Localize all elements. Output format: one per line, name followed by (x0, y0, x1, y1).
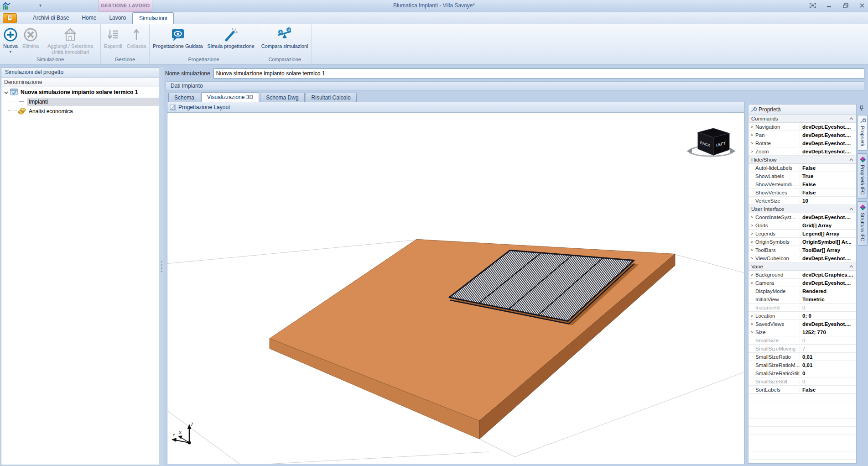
fullscreen-icon[interactable] (808, 2, 818, 9)
ribbon-tab-row: Archivi di Base Home Lavoro Simulazioni (0, 12, 868, 24)
side-tab-proprieta[interactable]: Proprietà (858, 115, 868, 151)
chevron-down-icon[interactable] (1, 89, 9, 95)
property-row[interactable]: SavedViewsdevDept.Eyeshot.... (748, 320, 856, 328)
svg-text:A: A (280, 31, 282, 34)
tree-node-root[interactable]: Nuova simulazione impianto solare termic… (1, 87, 159, 97)
close-icon[interactable] (857, 2, 867, 9)
svg-text:B: B (288, 28, 290, 31)
section-varie[interactable]: Varie (748, 262, 856, 271)
property-row[interactable]: SortLabelsFalse (748, 386, 856, 394)
property-row[interactable]: AutoHideLabelsFalse (748, 164, 856, 172)
tree-column-header[interactable]: Denominazione (1, 78, 159, 87)
collassa-button[interactable]: Collassa (125, 25, 148, 49)
aggiungi-seleziona-button[interactable]: Aggiungi / Seleziona Unità Immobiliari (41, 25, 99, 55)
side-tab-proprieta-ifc[interactable]: Proprietà IFC (858, 153, 868, 199)
simula-progettazione-button[interactable]: Simula progettazione (205, 25, 257, 49)
tab-schema[interactable]: Schema (168, 93, 200, 102)
property-row[interactable]: InitialViewTrimetric (748, 295, 856, 304)
property-row[interactable]: ViewCubeIcondevDept.Eyeshot.... (748, 254, 856, 262)
simulation-icon (9, 89, 19, 95)
property-row[interactable]: GridsGrid[] Array (748, 221, 856, 230)
coins-icon (17, 108, 27, 115)
project-simulations-panel: Simulazioni del progetto Denominazione N… (1, 67, 159, 465)
side-tab-struttura-ifc[interactable]: Struttura IFC (858, 201, 868, 246)
property-row[interactable]: SmallSizeStill0 (748, 377, 856, 386)
property-row[interactable]: NavigationdevDept.Eyeshot.... (748, 123, 856, 131)
delete-circle-icon (23, 26, 38, 43)
elimina-button[interactable]: Elimina (20, 25, 41, 49)
building-icon (62, 26, 78, 43)
tree-guide-line (8, 101, 17, 101)
ribbon: Nuova ▾ Elimina Aggiungi / Seleziona Uni… (0, 24, 868, 64)
properties-panel-header: Proprietà (748, 105, 856, 115)
tab-home[interactable]: Home (75, 12, 103, 24)
view-cube[interactable]: BACK LEFT (686, 128, 736, 156)
property-row[interactable]: ShowVerticesFalse (748, 188, 856, 197)
file-menu-button[interactable] (3, 13, 17, 23)
property-row[interactable]: Size1252; 770 (748, 328, 856, 336)
dati-impianto-tabs: Schema Visualizzazione 3D Schema Dwg Ris… (168, 92, 358, 102)
simulation-name-label: Nome simulazione (165, 70, 210, 77)
ribbon-group-gestione: Espandi Collassa Gestione (101, 24, 150, 64)
layout-icon (170, 105, 176, 110)
section-commands[interactable]: Commands (748, 115, 856, 123)
tab-risultati-calcolo[interactable]: Risultati Calcolo (306, 93, 357, 102)
property-row[interactable]: SmallSizeRatio0,01 (748, 353, 856, 361)
property-row[interactable]: OriginSymbolsOriginSymbol[] Ar... (748, 238, 856, 246)
simulation-name-input[interactable] (213, 68, 864, 79)
layout-panel-header: Progettazione Layout (167, 102, 744, 113)
panel-splitter[interactable] (159, 67, 164, 466)
dati-impianto-header: Dati Impianto (165, 81, 864, 90)
layout-title: Progettazione Layout (178, 104, 230, 110)
axis-y-label: Y (172, 433, 175, 437)
document-icon (6, 15, 14, 22)
property-row[interactable]: SmallSizeRatioM...0,01 (748, 361, 856, 369)
properties-panel: Proprietà Commands NavigationdevDept.Eye… (748, 104, 857, 464)
tree-node-impianti[interactable]: Impianti (1, 97, 159, 106)
ifc-icon (859, 156, 866, 163)
property-row[interactable]: ZoomdevDept.Eyeshot.... (748, 147, 856, 156)
tab-visualizzazione-3d[interactable]: Visualizzazione 3D (201, 92, 259, 102)
espandi-button[interactable]: Espandi (102, 25, 125, 49)
progettazione-guidata-button[interactable]: Progettazione Guidata (151, 25, 205, 49)
property-row[interactable]: SmallSizeRatioStill0 (748, 369, 856, 377)
property-row[interactable]: BackgrounddevDept.Graphics.... (748, 271, 856, 279)
tree-guide-line (8, 110, 17, 111)
property-row[interactable]: ShowLabelsTrue (748, 172, 856, 180)
tree-node-analisi-economica[interactable]: Analisi economica (1, 106, 159, 116)
property-row[interactable]: Location0; 0 (748, 312, 856, 320)
tab-lavoro[interactable]: Lavoro (103, 12, 132, 24)
property-row[interactable]: LegendsLegend[] Array (748, 230, 856, 238)
property-row[interactable]: SmallSizeMoving7 (748, 345, 856, 353)
progettazione-layout-frame: Progettazione Layout (167, 102, 744, 464)
tab-archivi-di-base[interactable]: Archivi di Base (26, 12, 75, 24)
property-row[interactable]: PandevDept.Eyeshot.... (748, 131, 856, 139)
panel-title: Simulazioni del progetto (1, 68, 159, 78)
property-row[interactable]: ToolBarsToolBar[] Array (748, 246, 856, 254)
balance-icon: AB (276, 26, 293, 43)
group-label-gestione: Gestione (102, 56, 148, 64)
restore-icon[interactable] (841, 2, 851, 9)
property-row[interactable]: CameradevDept.Eyeshot.... (748, 279, 856, 287)
pin-icon[interactable] (858, 104, 864, 112)
section-hide-show[interactable]: Hide/Show (748, 156, 856, 164)
tab-simulazioni[interactable]: Simulazioni (132, 12, 174, 24)
property-row[interactable]: VertexSize10 (748, 197, 856, 205)
minimize-icon[interactable] (824, 2, 834, 9)
property-row[interactable]: ShowVertexIndi...False (748, 180, 856, 188)
viewport-3d[interactable]: BACK LEFT Z Y X (167, 113, 744, 464)
property-row[interactable]: SmallSize0 (748, 336, 856, 345)
collapse-icon (129, 26, 144, 43)
compara-simulazioni-button[interactable]: AB Compara simulazioni (259, 25, 311, 49)
ifc-icon (859, 204, 866, 211)
wrench-icon (750, 106, 757, 113)
nuova-button[interactable]: Nuova ▾ (1, 25, 20, 54)
section-user-interface[interactable]: User Interface (748, 205, 856, 213)
property-row[interactable]: CoordinateSyst...devDept.Eyeshot.... (748, 213, 856, 221)
title-bar: ▾ GESTIONE LAVORO Blumatica Impianti - V… (0, 0, 868, 12)
magic-wand-icon (223, 26, 239, 43)
tab-schema-dwg[interactable]: Schema Dwg (260, 93, 304, 102)
property-row[interactable]: InstanceId0 (748, 304, 856, 312)
property-row[interactable]: DisplayModeRendered (748, 287, 856, 295)
property-row[interactable]: RotatedevDept.Eyeshot.... (748, 139, 856, 147)
